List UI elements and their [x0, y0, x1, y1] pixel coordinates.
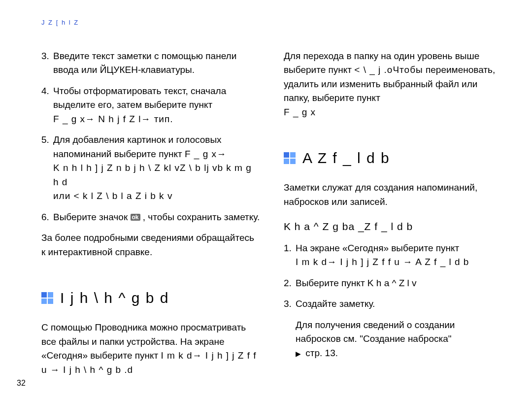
- menu-path: I m k d→ I j h ] j Z f f u → A Z f _ l d…: [296, 257, 469, 267]
- list-item: 1. На экране «Сегодня» выберите пункт I …: [284, 241, 502, 269]
- list-number: 2.: [284, 276, 296, 291]
- list-item: 4. Чтобы отформатировать текст, сначала …: [41, 84, 260, 127]
- list-text: Чтобы отформатировать текст, сначала выд…: [53, 86, 226, 110]
- menu-path: < \ _ j .oЧтобы: [354, 65, 423, 75]
- heading-text: I j h \ h ^ g b d: [60, 287, 169, 309]
- section-heading: A Z f _ l d b: [284, 147, 502, 169]
- paragraph: С помощью Проводника можно просматривать…: [41, 321, 260, 377]
- section-heading: I j h \ h ^ g b d: [41, 287, 260, 309]
- menu-path: F _ g x→: [185, 149, 227, 159]
- list-text: Выберите значок: [53, 212, 131, 222]
- body-text: Для получения сведений о создании наброс…: [296, 320, 455, 344]
- list-item: 5. Для добавления картинок и голосовых н…: [41, 133, 260, 203]
- paragraph: Для перехода в папку на один уровень выш…: [284, 49, 502, 120]
- list-item: 3. Создайте заметку.: [284, 297, 502, 311]
- list-number: 5.: [41, 133, 53, 203]
- list-number: 3.: [41, 49, 53, 77]
- menu-path: или < k l Z \ b l a Z i b k v: [53, 191, 172, 201]
- list-body: Выберите пункт K h a ^ Z l v: [296, 276, 502, 291]
- list-body: Для добавления картинок и голосовых напо…: [53, 133, 260, 203]
- right-column: Для перехода в папку на один уровень выш…: [284, 49, 502, 383]
- heading-text: A Z f _ l d b: [302, 147, 390, 169]
- list-body: На экране «Сегодня» выберите пункт I m k…: [296, 241, 502, 269]
- list-text: На экране «Сегодня» выберите пункт: [296, 243, 459, 253]
- arrow-right-icon: [296, 348, 303, 358]
- grid-icon: [41, 292, 53, 304]
- paragraph: Для получения сведений о создании наброс…: [296, 318, 502, 361]
- list-item: 3. Введите текст заметки с помощью панел…: [41, 49, 260, 77]
- breadcrumb: J Z [ h l Z: [41, 18, 502, 28]
- left-column: 3. Введите текст заметки с помощью панел…: [41, 49, 260, 383]
- list-body: Выберите значок ok , чтобы сохранить зам…: [53, 210, 260, 225]
- list-item: 6. Выберите значок ok , чтобы сохранить …: [41, 210, 260, 225]
- list-body: Чтобы отформатировать текст, сначала выд…: [53, 84, 260, 127]
- paragraph: Заметки служат для создания напоминаний,…: [284, 181, 502, 209]
- list-number: 1.: [284, 241, 296, 269]
- list-number: 4.: [41, 84, 53, 127]
- menu-path: F _ g x: [284, 107, 316, 117]
- ok-icon: ok: [131, 214, 140, 221]
- page-number: 32: [17, 377, 26, 389]
- list-number: 6.: [41, 210, 53, 225]
- list-number: 3.: [284, 297, 296, 311]
- subheading: K h a ^ Z g ba _Z f _ l d b: [284, 219, 502, 234]
- list-body: Введите текст заметки с помощью панели в…: [53, 49, 260, 77]
- paragraph: За более подробными сведениями обращайте…: [41, 231, 260, 259]
- grid-icon: [284, 152, 296, 164]
- menu-path: F _ g x→ N h j f Z l→ тип.: [53, 114, 173, 124]
- menu-path: K n h l h ] j Z n b j h \ Z kl vZ \ b lj…: [53, 163, 252, 187]
- list-text: , чтобы сохранить заметку.: [143, 212, 260, 222]
- list-item: 2. Выберите пункт K h a ^ Z l v: [284, 276, 502, 291]
- page-ref: стр. 13.: [305, 348, 338, 358]
- list-body: Создайте заметку.: [296, 297, 502, 311]
